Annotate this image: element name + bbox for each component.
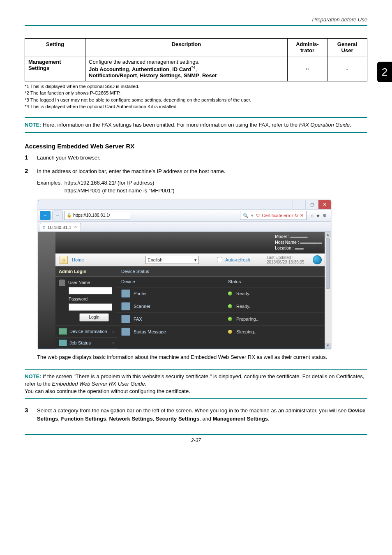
gear-icon[interactable]: ⚙ xyxy=(323,212,327,219)
scanner-icon xyxy=(121,302,130,310)
forward-button[interactable]: → xyxy=(52,210,63,220)
note2-line2: You can also continue the operation with… xyxy=(25,388,190,394)
auto-refresh-input[interactable] xyxy=(217,257,222,262)
last-updated: Last Updated : 2013/08/23 13:36:05 xyxy=(267,255,304,264)
auto-refresh-checkbox[interactable]: Auto-refresh xyxy=(215,256,250,264)
step-number: 1 xyxy=(25,154,37,162)
header-section-title: Preparation before Use xyxy=(25,16,367,25)
refresh-button[interactable] xyxy=(313,255,322,264)
status-row-printer: Printer Ready. xyxy=(117,287,331,300)
status-row-message: Status Message Sleeping... xyxy=(117,326,331,338)
footnotes: *1 This is displayed when the optional S… xyxy=(25,83,367,109)
th-user: General User xyxy=(327,39,367,56)
cell-setting-name: Management Settings xyxy=(28,59,61,71)
window-close-button[interactable]: ✕ xyxy=(318,200,331,209)
chevron-down-icon: ▾ xyxy=(194,257,197,264)
language-select[interactable]: English ▾ xyxy=(145,256,199,264)
window-titlebar: — ▢ ✕ xyxy=(38,200,331,210)
scroll-up-arrow-icon[interactable]: ▲ xyxy=(325,232,331,238)
device-info-icon xyxy=(59,328,67,335)
step-text: Launch your Web browser. xyxy=(37,154,367,162)
ews-left-gutter xyxy=(38,232,55,349)
username-label: User Name xyxy=(68,280,90,285)
model-value-redacted: ▬▬▬▬ xyxy=(291,234,308,239)
home-icon[interactable]: ⌂ xyxy=(311,212,314,219)
ews-page: Model : ▬▬▬▬ Host Name : ▬▬▬▬▬ Location … xyxy=(38,232,331,349)
step-text: In the address or location bar, enter th… xyxy=(37,167,367,176)
header-rule xyxy=(25,25,367,26)
address-bar[interactable]: 🔒 https://10.180.81.1/ xyxy=(65,211,130,220)
printer-icon xyxy=(121,289,130,298)
password-input[interactable] xyxy=(69,303,112,311)
message-icon xyxy=(121,328,130,336)
col-device: Device xyxy=(121,278,228,285)
examples-label: Examples: xyxy=(37,179,62,195)
ews-sidebar: Admin Login User Name Password xyxy=(55,266,117,349)
ews-home-bar: ⌂ Home English ▾ Auto-refresh xyxy=(55,253,331,266)
stop-icon: ✕ xyxy=(300,212,304,219)
user-icon xyxy=(59,280,65,286)
sidebar-login-panel: User Name Password Login xyxy=(55,277,117,326)
vertical-scrollbar[interactable]: ▲ ▼ xyxy=(325,232,331,349)
location-value-redacted: ▬▬ xyxy=(295,245,304,250)
example-line-1: https://192.168.48.21/ (for IP address) xyxy=(65,179,175,187)
sidebar-item-device-information[interactable]: Device Information › xyxy=(55,326,117,338)
tab-favicon-icon: e xyxy=(43,224,45,230)
browser-tools: ⌂ ★ ⚙ xyxy=(308,212,329,219)
sidebar-admin-login-header: Admin Login xyxy=(55,266,117,277)
note-box-2: NOTE: If the screen "There is a problem … xyxy=(25,369,367,400)
username-input[interactable] xyxy=(69,287,112,294)
content-column-headers: Device Status xyxy=(117,277,331,287)
step-2-aftertext: The web page displays basic information … xyxy=(37,353,367,361)
scroll-thumb[interactable] xyxy=(326,238,330,289)
favorites-icon[interactable]: ★ xyxy=(316,212,320,219)
note-label: NOTE: xyxy=(25,122,41,128)
example-line-2: https://MFP001 (if the host name is "MFP… xyxy=(65,187,175,195)
content-device-status-header: Device Status xyxy=(117,266,331,277)
footer-rule xyxy=(25,434,367,435)
search-cert-zone[interactable]: 🔍 ▾ 🛡 Certificate error ↻ ✕ xyxy=(240,211,307,220)
fax-icon xyxy=(121,315,130,323)
home-link[interactable]: Home xyxy=(72,257,84,264)
page-number: 2-37 xyxy=(25,437,367,443)
step-number: 3 xyxy=(25,407,37,423)
browser-tab[interactable]: e 10.180.81.1 ✕ xyxy=(40,223,81,231)
back-button[interactable]: ← xyxy=(40,211,51,220)
browser-tab-bar: e 10.180.81.1 ✕ xyxy=(38,222,331,232)
footnote-4: *4 This is displayed when the optional C… xyxy=(25,103,367,110)
location-label: Location : xyxy=(275,245,294,250)
note-box-1: NOTE: Here, information on the FAX setti… xyxy=(25,117,367,133)
cell-description: Configure the advanced management settin… xyxy=(85,56,288,81)
url-text: https://10.180.81.1/ xyxy=(73,212,110,219)
home-icon[interactable]: ⌂ xyxy=(60,256,68,264)
browser-toolbar: ← → 🔒 https://10.180.81.1/ 🔍 ▾ 🛡 xyxy=(38,210,331,222)
th-description: Description xyxy=(85,39,288,56)
login-button[interactable]: Login xyxy=(79,313,109,321)
status-dot-icon xyxy=(228,330,232,334)
window-maximize-button[interactable]: ▢ xyxy=(305,200,318,209)
col-status: Status xyxy=(228,278,327,285)
step-text: Select a category from the navigation ba… xyxy=(37,407,367,423)
scroll-down-arrow-icon[interactable]: ▼ xyxy=(325,343,331,349)
lock-icon: 🔒 xyxy=(67,212,71,218)
shield-error-icon: 🛡 xyxy=(256,212,261,219)
step-2: 2 In the address or location bar, enter … xyxy=(25,167,367,361)
hostname-value-redacted: ▬▬▬▬▬ xyxy=(300,240,322,245)
status-dot-icon xyxy=(228,317,232,321)
sidebar-item-job-status[interactable]: Job Status › xyxy=(55,338,117,349)
refresh-icon: ↻ xyxy=(295,212,298,219)
step-number: 2 xyxy=(25,167,37,361)
window-minimize-button[interactable]: — xyxy=(293,200,305,209)
password-label: Password xyxy=(69,296,114,303)
step-3: 3 Select a category from the navigation … xyxy=(25,407,367,423)
ews-top-band: Model : ▬▬▬▬ Host Name : ▬▬▬▬▬ Location … xyxy=(55,232,331,253)
cell-admin: ○ xyxy=(288,56,327,81)
tab-close-icon[interactable]: ✕ xyxy=(74,224,77,230)
settings-table: Setting Description Adminis-trator Gener… xyxy=(25,38,367,81)
job-status-icon xyxy=(59,340,67,346)
table-row: Management Settings Configure the advanc… xyxy=(25,56,367,81)
certificate-error-indicator[interactable]: 🛡 Certificate error ↻ ✕ xyxy=(256,212,304,219)
footnote-2: *2 The fax function only shows P-C2665 M… xyxy=(25,90,367,96)
tab-title: 10.180.81.1 xyxy=(48,224,71,231)
status-dot-icon xyxy=(228,291,232,296)
